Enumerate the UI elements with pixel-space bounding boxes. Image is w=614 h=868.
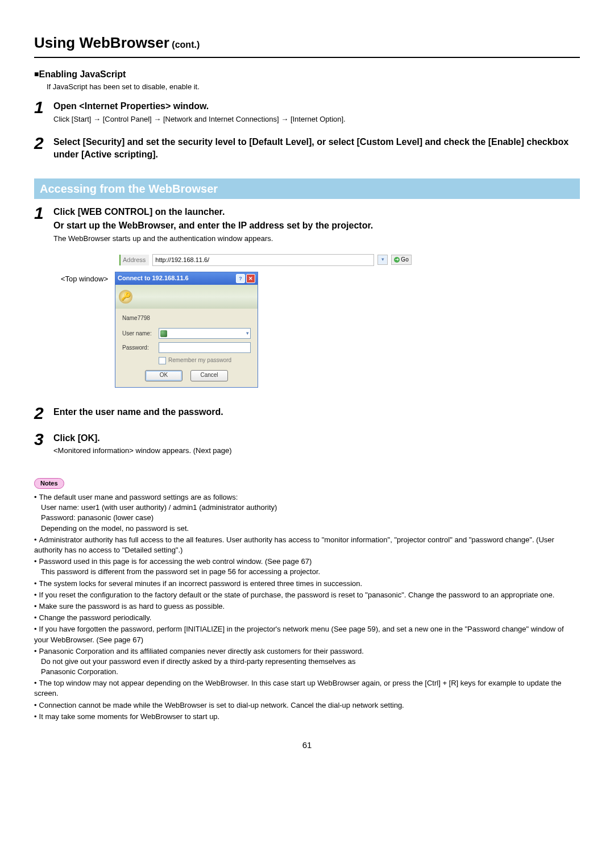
bullet-icon: • bbox=[34, 712, 39, 721]
bullet-icon: • bbox=[34, 647, 39, 655]
step-wb-1: 1 Click [WEB CONTROL] on the launcher. O… bbox=[34, 205, 580, 245]
username-label: User name: bbox=[122, 330, 155, 338]
address-input[interactable]: http://192.168.11.6/ bbox=[152, 254, 374, 266]
note-text: Administrator authority has full access … bbox=[34, 535, 554, 554]
note-item: •Make sure the password is as hard to gu… bbox=[34, 601, 580, 612]
step-wb-3: 3 Click [OK]. <Monitored information> wi… bbox=[34, 431, 580, 458]
password-input[interactable] bbox=[159, 342, 251, 353]
note-sublines: User name: user1 (with user authority) /… bbox=[34, 502, 580, 534]
note-sublines: This password is different from the pass… bbox=[34, 567, 580, 577]
title-rule bbox=[34, 57, 580, 58]
step-wb-2: 2 Enter the user name and the password. bbox=[34, 405, 580, 422]
note-text: If you have forgotten the password, perf… bbox=[34, 625, 564, 643]
bullet-icon: • bbox=[34, 701, 39, 709]
go-label: Go bbox=[401, 256, 408, 264]
note-item: •Administrator authority has full access… bbox=[34, 535, 580, 555]
chevron-down-icon[interactable]: ▾ bbox=[246, 330, 249, 337]
step-number: 2 bbox=[34, 135, 53, 152]
note-text: The top window may not appear depending … bbox=[34, 679, 562, 697]
close-icon[interactable]: ✕ bbox=[246, 274, 255, 283]
bullet-icon: • bbox=[34, 557, 39, 566]
note-subline: This password is different from the pass… bbox=[41, 567, 580, 577]
address-bar: Address http://192.168.11.6/ ▾ ➜ Go bbox=[119, 254, 580, 266]
note-text: Make sure the password is as hard to gue… bbox=[39, 602, 225, 610]
notes-label: Notes bbox=[34, 478, 64, 489]
step-title-line2: Or start up the WebBrowser, and enter th… bbox=[53, 219, 580, 232]
note-subline: Panasonic Corporation. bbox=[41, 667, 580, 677]
step-js-2: 2 Select [Security] and set the security… bbox=[34, 135, 580, 163]
note-text: Password used in this page is for access… bbox=[39, 557, 312, 566]
username-input[interactable]: ▾ bbox=[159, 328, 251, 339]
page-title: Using WebBrowser (cont.) bbox=[34, 32, 580, 53]
bullet-icon: • bbox=[34, 591, 39, 599]
page-title-cont: (cont.) bbox=[169, 40, 200, 49]
step-desc: Click [Start] → [Control Panel] → [Netwo… bbox=[53, 114, 580, 124]
step-title: Select [Security] and set the security l… bbox=[53, 136, 580, 161]
note-subline: Depending on the model, no password is s… bbox=[41, 524, 580, 534]
dialog-banner: 🔑 bbox=[115, 285, 258, 309]
dialog-realm: Name7798 bbox=[122, 314, 251, 322]
bullet-icon: • bbox=[34, 602, 39, 610]
note-subline: Password: panasonic (lower case) bbox=[41, 513, 580, 523]
cancel-button[interactable]: Cancel bbox=[190, 370, 228, 381]
address-label: Address bbox=[119, 255, 149, 265]
note-item: •The top window may not appear depending… bbox=[34, 678, 580, 699]
dialog-titlebar: Connect to 192.168.11.6 ? ✕ bbox=[115, 272, 258, 285]
note-text: Panasonic Corporation and its affiliated… bbox=[39, 647, 364, 655]
bullet-icon: • bbox=[34, 535, 39, 544]
note-text: The system locks for several minutes if … bbox=[39, 579, 363, 588]
bullet-icon: • bbox=[34, 679, 39, 687]
note-text: If you reset the configuration to the fa… bbox=[39, 591, 555, 599]
go-arrow-icon: ➜ bbox=[394, 257, 400, 263]
bullet-icon: • bbox=[34, 493, 39, 501]
note-item: •Change the password periodically. bbox=[34, 613, 580, 623]
ok-button[interactable]: OK bbox=[145, 370, 182, 381]
go-button[interactable]: ➜ Go bbox=[391, 255, 411, 265]
dialog-title-text: Connect to 192.168.11.6 bbox=[118, 274, 189, 283]
note-item: •Connection cannot be made while the Web… bbox=[34, 700, 580, 711]
step-js-1: 1 Open <Internet Properties> window. Cli… bbox=[34, 99, 580, 126]
section-bar: Accessing from the WebBrowser bbox=[34, 178, 580, 199]
note-item: •It may take some moments for WebBrowser… bbox=[34, 712, 580, 722]
note-item: •Panasonic Corporation and its affiliate… bbox=[34, 646, 580, 678]
step-title-line1: Click [WEB CONTROL] on the launcher. bbox=[53, 206, 580, 218]
bullet-icon: • bbox=[34, 579, 39, 588]
note-item: •If you have forgotten the password, per… bbox=[34, 624, 580, 645]
address-dropdown-icon[interactable]: ▾ bbox=[377, 255, 388, 265]
enabling-js-heading: ■Enabling JavaScript bbox=[34, 68, 580, 81]
step-number: 1 bbox=[34, 99, 53, 116]
top-window-row: <Top window> Connect to 192.168.11.6 ? ✕… bbox=[34, 272, 580, 388]
note-item: •The default user mane and password sett… bbox=[34, 492, 580, 534]
notes-list: •The default user mane and password sett… bbox=[34, 492, 580, 722]
top-window-caption: <Top window> bbox=[34, 272, 108, 284]
note-text: It may take some moments for WebBrowser … bbox=[39, 712, 220, 721]
bullet-icon: • bbox=[34, 625, 39, 633]
keys-icon: 🔑 bbox=[119, 290, 132, 304]
note-subline: User name: user1 (with user authority) /… bbox=[41, 502, 580, 513]
note-text: The default user mane and password setti… bbox=[39, 493, 238, 501]
step-title: Click [OK]. bbox=[53, 432, 580, 445]
note-sublines: Do not give out your password even if di… bbox=[34, 657, 580, 677]
step-desc: <Monitored information> window appears. … bbox=[53, 446, 580, 456]
remember-checkbox[interactable] bbox=[159, 357, 166, 364]
step-number: 1 bbox=[34, 205, 53, 222]
user-icon bbox=[160, 330, 167, 337]
step-number: 3 bbox=[34, 431, 53, 448]
page-title-main: Using WebBrowser bbox=[34, 34, 169, 51]
enabling-js-desc: If JavaScript has been set to disable, e… bbox=[47, 82, 580, 92]
auth-dialog: Connect to 192.168.11.6 ? ✕ 🔑 Name7798 U… bbox=[115, 272, 258, 388]
step-number: 2 bbox=[34, 405, 53, 422]
step-title: Enter the user name and the password. bbox=[53, 406, 580, 418]
page-number: 61 bbox=[34, 739, 580, 751]
step-title: Open <Internet Properties> window. bbox=[53, 100, 580, 113]
note-item: •If you reset the configuration to the f… bbox=[34, 590, 580, 600]
bullet-icon: • bbox=[34, 613, 39, 622]
help-icon[interactable]: ? bbox=[236, 274, 245, 283]
note-item: •Password used in this page is for acces… bbox=[34, 556, 580, 577]
note-text: Connection cannot be made while the WebB… bbox=[39, 701, 404, 709]
note-item: •The system locks for several minutes if… bbox=[34, 579, 580, 589]
password-label: Password: bbox=[122, 344, 155, 352]
step-desc: The WebBrowser starts up and the authent… bbox=[53, 234, 580, 244]
enabling-js-heading-text: Enabling JavaScript bbox=[39, 69, 126, 79]
remember-label: Remember my password bbox=[168, 356, 231, 364]
